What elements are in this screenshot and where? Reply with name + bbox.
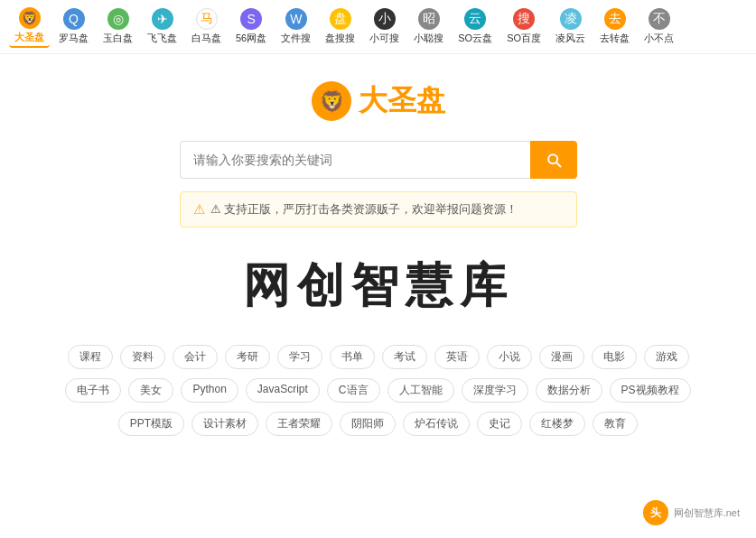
nav-item-小可搜[interactable]: 小小可搜 [364,6,405,47]
watermark-logo: 头 [643,500,668,525]
nav-label: 小聪搜 [414,32,443,45]
tag-item[interactable]: PS视频教程 [610,378,691,403]
nav-icon: W [285,8,307,30]
nav-label: 小不点 [644,32,674,45]
nav-label: 玉白盘 [103,32,133,45]
nav-icon: 搜 [513,8,535,30]
nav-item-SO百度[interactable]: 搜SO百度 [501,6,546,47]
logo-text: 大圣盘 [359,81,445,121]
tag-item[interactable]: 史记 [477,412,522,436]
nav-label: SO云盘 [458,32,492,45]
nav-icon: 🦁 [19,7,41,29]
tag-item[interactable]: 考研 [225,345,270,369]
nav-label: 白马盘 [191,32,221,45]
nav-item-小不点[interactable]: 不小不点 [639,6,679,47]
tag-item[interactable]: C语言 [327,378,380,403]
top-navigation: 🦁大圣盘Q罗马盘◎玉白盘✈飞飞盘马白马盘S56网盘W文件搜盘盘搜搜小小可搜昭小聪… [0,0,756,54]
nav-label: 凌风云 [555,32,585,45]
tag-item[interactable]: 电影 [592,345,637,369]
tag-item[interactable]: 考试 [382,345,427,369]
search-box [180,141,577,179]
nav-icon: 不 [649,8,670,30]
tag-item[interactable]: 教育 [593,412,638,436]
tag-item[interactable]: 书单 [330,345,375,369]
nav-icon: 凌 [560,8,582,30]
nav-item-盘搜搜[interactable]: 盘盘搜搜 [320,6,360,47]
nav-icon: 马 [196,8,218,30]
nav-item-文件搜[interactable]: W文件搜 [275,6,316,47]
hero-title: 网创智慧库 [243,255,514,318]
tag-item[interactable]: 学习 [277,345,322,369]
nav-item-SO云盘[interactable]: 云SO云盘 [453,6,498,47]
tag-item[interactable]: Python [181,378,238,403]
tags-area: 课程资料会计考研学习书单考试英语小说漫画电影游戏 电子书美女PythonJava… [40,345,717,450]
nav-item-白马盘[interactable]: 马白马盘 [186,6,227,47]
watermark-text: 网创智慧库.net [674,506,740,520]
nav-item-大圣盘[interactable]: 🦁大圣盘 [9,5,50,48]
tag-row-1: 课程资料会计考研学习书单考试英语小说漫画电影游戏 [40,345,717,369]
notice-bar: ⚠ ⚠ 支持正版，严厉打击各类资源贩子，欢迎举报问题资源！ [180,191,577,227]
nav-icon: ✈ [152,8,173,30]
nav-item-凌风云[interactable]: 凌凌风云 [550,6,591,47]
nav-label: 文件搜 [281,32,311,45]
tag-item[interactable]: 课程 [68,345,113,369]
tag-item[interactable]: PPT模版 [118,412,184,436]
tag-item[interactable]: 资料 [120,345,165,369]
watermark: 头 网创智慧库.net [636,496,747,529]
tag-item[interactable]: 会计 [173,345,218,369]
logo-area: 🦁 大圣盘 [312,81,445,121]
nav-item-飞飞盘[interactable]: ✈飞飞盘 [142,6,182,47]
tag-row-3: PPT模版设计素材王者荣耀阴阳师炉石传说史记红楼梦教育 [40,412,717,436]
nav-icon: S [240,8,262,30]
search-input[interactable] [180,141,530,179]
nav-label: 小可搜 [369,32,399,45]
tag-item[interactable]: 漫画 [539,345,584,369]
tag-item[interactable]: 小说 [487,345,532,369]
nav-label: 去转盘 [600,32,630,45]
tag-row-2: 电子书美女PythonJavaScriptC语言人工智能深度学习数据分析PS视频… [40,378,717,403]
notice-text: ⚠ 支持正版，严厉打击各类资源贩子，欢迎举报问题资源！ [210,201,518,218]
nav-icon: 去 [604,8,626,30]
tag-item[interactable]: 数据分析 [536,378,602,403]
nav-icon: 云 [464,8,486,30]
tag-item[interactable]: 王者荣耀 [266,412,332,436]
nav-icon: 盘 [330,8,351,30]
tag-item[interactable]: 阴阳师 [340,412,396,436]
nav-icon: 昭 [418,8,440,30]
nav-icon: Q [63,8,85,30]
nav-item-玉白盘[interactable]: ◎玉白盘 [98,6,138,47]
nav-label: SO百度 [507,32,541,45]
nav-label: 大圣盘 [14,31,44,44]
main-content: 🦁 大圣盘 ⚠ ⚠ 支持正版，严厉打击各类资源贩子，欢迎举报问题资源！ 网创智慧… [0,54,756,450]
nav-item-小聪搜[interactable]: 昭小聪搜 [408,6,449,47]
tag-item[interactable]: 英语 [434,345,480,369]
search-icon [545,151,563,169]
nav-item-罗马盘[interactable]: Q罗马盘 [53,6,94,47]
nav-label: 56网盘 [236,32,266,45]
tag-item[interactable]: 美女 [128,378,173,403]
tag-item[interactable]: 人工智能 [387,378,454,403]
tag-item[interactable]: 深度学习 [462,378,528,403]
nav-item-去转盘[interactable]: 去去转盘 [594,6,635,47]
nav-label: 飞飞盘 [147,32,177,45]
nav-label: 罗马盘 [59,32,89,45]
nav-icon: 小 [374,8,396,30]
logo-icon: 🦁 [312,81,351,121]
tag-item[interactable]: 游戏 [644,345,689,369]
nav-icon: ◎ [107,8,129,30]
warning-icon: ⚠ [193,201,205,218]
tag-item[interactable]: 炉石传说 [403,412,470,436]
nav-item-56网盘[interactable]: S56网盘 [230,6,272,47]
tag-item[interactable]: 设计素材 [191,412,258,436]
tag-item[interactable]: 红楼梦 [529,412,585,436]
svg-text:🦁: 🦁 [319,89,344,114]
tag-item[interactable]: JavaScript [246,378,320,403]
nav-label: 盘搜搜 [325,32,355,45]
tag-item[interactable]: 电子书 [65,378,121,403]
search-button[interactable] [530,141,577,179]
